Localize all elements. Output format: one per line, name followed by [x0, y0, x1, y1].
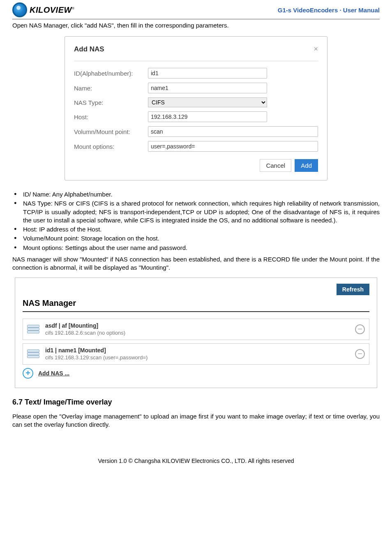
list-item: Host: IP address of the Host.: [23, 225, 380, 234]
section-body: Please open the "Overlay image managemen…: [12, 412, 380, 429]
drive-icon: [27, 349, 39, 358]
post-bullets-text: NAS manager will show "Mounted" if NAS c…: [12, 255, 380, 272]
section-heading: 6.7 Text/ Image/Time overlay: [12, 398, 380, 407]
nas-manager-panel: Refresh NAS Manager asdf | af [Mounting]…: [15, 278, 377, 388]
close-icon[interactable]: ×: [314, 45, 318, 53]
opts-input[interactable]: [148, 141, 318, 152]
page-footer: Version 1.0 © Changsha KILOVIEW Electron…: [12, 458, 380, 464]
nas-row-detail: cifs 192.168.3.129:scan (user=,password=…: [45, 354, 349, 361]
bullet-list: ID/ Name: Any Alphabet/number. NAS Type:…: [12, 190, 380, 252]
brand-logo-icon: [12, 2, 27, 17]
intro-text: Open NAS Manager, click "add NAS", then …: [12, 22, 380, 29]
host-label: Host:: [74, 113, 148, 120]
nas-row-detail: cifs 192.168.2.6:scan (no options): [45, 330, 349, 336]
add-nas-dialog: Add NAS × ID(Alphabet/number): Name: NAS…: [65, 36, 327, 180]
list-item: ID/ Name: Any Alphabet/number.: [23, 190, 380, 199]
list-item: Mount options: Settings about the user n…: [23, 244, 380, 252]
refresh-button[interactable]: Refresh: [337, 284, 369, 295]
nas-type-select[interactable]: CIFS: [148, 97, 267, 107]
nas-row-title: asdf | af [Mounting]: [45, 322, 349, 330]
opts-label: Mount options:: [74, 143, 148, 150]
nas-row: id1 | name1 [Mounted] cifs 192.168.3.129…: [23, 343, 369, 365]
host-input[interactable]: [148, 111, 267, 122]
name-label: Name:: [74, 85, 148, 92]
nas-info: asdf | af [Mounting] cifs 192.168.2.6:sc…: [45, 322, 349, 336]
remove-nas-button[interactable]: −: [355, 349, 365, 359]
add-button[interactable]: Add: [295, 159, 318, 172]
list-item: Volume/Mount point: Storage location on …: [23, 234, 380, 243]
brand-logo: KILOVIEW®: [12, 2, 74, 17]
list-item: NAS Type: NFS or CIFS (CIFS is a shared …: [23, 199, 380, 224]
nas-manager-title: NAS Manager: [23, 298, 369, 308]
type-label: NAS Type:: [74, 99, 148, 106]
drive-icon: [27, 325, 39, 334]
dialog-title: Add NAS: [74, 45, 104, 53]
mount-input[interactable]: [148, 126, 318, 137]
nas-row: asdf | af [Mounting] cifs 192.168.2.6:sc…: [23, 319, 369, 340]
nas-info: id1 | name1 [Mounted] cifs 192.168.3.129…: [45, 347, 349, 361]
id-input[interactable]: [148, 68, 267, 79]
remove-nas-button[interactable]: −: [355, 324, 365, 334]
cancel-button[interactable]: Cancel: [260, 159, 291, 172]
doc-title: G1-s VideoEncoders · User Manual: [278, 7, 380, 14]
add-nas-icon[interactable]: +: [23, 368, 33, 379]
add-nas-link[interactable]: Add NAS ...: [38, 370, 69, 377]
name-input[interactable]: [148, 83, 267, 93]
brand-text: KILOVIEW®: [30, 5, 74, 15]
nas-row-title: id1 | name1 [Mounted]: [45, 347, 349, 354]
mount-label: Volumn/Mount point:: [74, 128, 148, 135]
id-label: ID(Alphabet/number):: [74, 70, 148, 77]
doc-header: KILOVIEW® G1-s VideoEncoders · User Manu…: [12, 0, 380, 19]
